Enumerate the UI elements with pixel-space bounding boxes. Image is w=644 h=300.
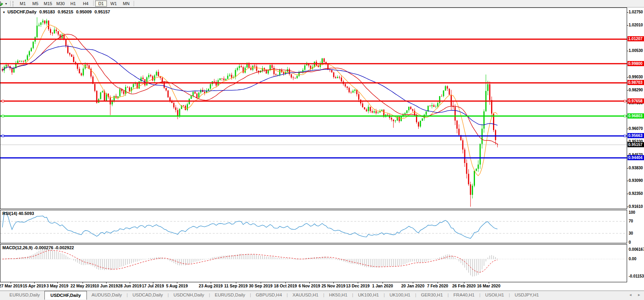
date-label: 22 May 2019 (70, 283, 94, 288)
timeframe-h4-button[interactable]: H4 (80, 0, 92, 7)
hline-price-label: 0.99800 (627, 61, 644, 66)
tab-scroll-left-icon[interactable]: ◄ (629, 293, 632, 297)
price-tick-label: 1.00530 (629, 48, 644, 53)
timeframe-w1-button[interactable]: W1 (108, 0, 120, 7)
ma-mid-line (2, 34, 497, 144)
ohlc-high: 0.95215 (58, 9, 74, 14)
mt4-window: ▼ M1M5M15M30H1H4D1W1MN ▼USDCHF,Daily0.95… (0, 0, 644, 300)
chart-tab-usoil-h1[interactable]: USOil,H1 (480, 291, 509, 299)
hline-handle-left-0.95663[interactable] (2, 135, 4, 137)
current-price-label: 0.95157 (627, 142, 644, 147)
date-label: 28 Jun 2019 (118, 283, 142, 288)
rsi-chart (0, 210, 627, 243)
price-tick-mark (627, 51, 628, 51)
date-label: 30 Sep 2019 (249, 283, 272, 288)
rsi-axis-label: 0 (629, 240, 631, 245)
macd-axis-label: 0.006167 (629, 247, 644, 252)
timeframe-h1-button[interactable]: H1 (67, 0, 79, 7)
price-tick-mark (627, 181, 628, 181)
hline-handle-right-0.97658[interactable] (624, 100, 626, 102)
symbol-name: USDCHF,Daily (7, 9, 37, 14)
date-label: 13 Dec 2019 (346, 283, 370, 288)
rsi-panel (0, 210, 627, 243)
date-label: 7 Feb 2020 (427, 283, 448, 288)
chart-tab-gbpusd-h4[interactable]: GBPUSD,H4 (251, 291, 287, 299)
hline-handle-left-0.97658[interactable] (2, 100, 4, 102)
hline-price-label: 0.95663 (627, 133, 644, 138)
date-label: 25 Nov 2019 (322, 283, 346, 288)
date-label: 23 Aug 2019 (199, 283, 223, 288)
main-chart-panel (0, 7, 627, 209)
hline-handle-right-0.96803[interactable] (624, 115, 626, 117)
timeframe-m1-button[interactable]: M1 (17, 0, 29, 7)
hline-price-label: 0.97658 (627, 98, 644, 104)
price-tick-mark (627, 207, 628, 207)
date-label: 20 Jan 2020 (401, 283, 425, 288)
chart-tab-hk50-h1[interactable]: HK50,H1 (324, 291, 352, 299)
chart-tab-usdjpy-h1[interactable]: USDJPY,H1 (510, 291, 544, 299)
macd-signal-line (2, 250, 497, 272)
ma-slow-line (2, 46, 497, 125)
chart-tab-ger30-h1[interactable]: GER30,H1 (416, 291, 448, 299)
price-tick-label: 0.93830 (629, 166, 644, 170)
date-label: 5 Aug 2019 (166, 283, 188, 288)
chart-tab-eurusd-daily[interactable]: EURUSD,Daily (5, 291, 44, 299)
tab-scroll-right-icon[interactable]: ► (637, 293, 641, 297)
hline-handle-left-0.96803[interactable] (2, 115, 4, 117)
macd-panel (0, 244, 627, 282)
chart-tab-uk100-h1[interactable]: UK100,H1 (353, 291, 384, 299)
date-label: 18 Oct 2019 (274, 283, 297, 288)
candlestick-chart (0, 8, 627, 209)
ohlc-close: 0.95157 (94, 9, 110, 14)
macd-axis-label: 0.00 (629, 257, 636, 261)
timeframe-toolbar: M1M5M15M30H1H4D1W1MN (17, 0, 132, 7)
price-tick-mark (627, 12, 628, 13)
price-tick-mark (627, 168, 628, 169)
timeframe-m15-button[interactable]: M15 (42, 0, 54, 7)
candlestick-series (2, 17, 498, 207)
toolbar-separator (93, 0, 94, 6)
price-tick-mark (627, 129, 628, 129)
date-label: 3 May 2019 (46, 283, 68, 288)
price-tick-label: 0.92350 (629, 191, 644, 196)
chart-tab-bar: EURUSD,DailyUSDCHF,DailyAUDUSD,Daily|USD… (0, 291, 644, 300)
ohlc-open: 0.95183 (39, 9, 55, 14)
date-label: 16 Mar 2020 (477, 283, 500, 288)
timeframe-mn-button[interactable]: MN (120, 0, 132, 7)
date-label: 11 Sep 2019 (224, 283, 248, 288)
toolbar-separator (134, 1, 134, 6)
chart-tab-audusd-daily[interactable]: AUDUSD,Daily (87, 291, 127, 299)
chart-tab-eurusd-daily[interactable]: EURUSD,Daily (210, 291, 250, 299)
timeframe-d1-button[interactable]: D1 (95, 0, 107, 7)
price-tick-label: 1.02010 (629, 23, 644, 28)
chart-tab-uk100-h1[interactable]: UK100,H1 (385, 291, 415, 299)
rsi-line (2, 213, 497, 239)
date-label: 1 Jan 2020 (372, 283, 393, 288)
macd-chart (0, 244, 627, 282)
price-tick-label: 1.02750 (629, 10, 644, 15)
chart-tab-usdcad-daily[interactable]: USDCAD,Daily (128, 291, 167, 299)
rsi-axis-label: 30 (629, 231, 633, 236)
toolbar-grip[interactable] (13, 1, 15, 6)
hline-price-label: 0.98703 (627, 80, 644, 85)
rsi-axis-label: 70 (629, 219, 633, 224)
symbol-caret-icon[interactable]: ▼ (2, 11, 6, 14)
price-tick-mark (627, 90, 628, 91)
chart-tab-xauusd-h1[interactable]: XAUUSD,H1 (288, 291, 323, 299)
price-tick-mark (627, 25, 628, 26)
draw-tool-dropdown-icon[interactable]: ▼ (5, 2, 7, 5)
draw-tool-icon[interactable] (0, 1, 4, 6)
chart-tab-usdcnh-daily[interactable]: USDCNH,Daily (169, 291, 209, 299)
macd-label: MACD(12,26,9) -0.000276 -0.002922 (2, 245, 74, 250)
chart-tab-fra40-h1[interactable]: FRA40,H1 (449, 291, 479, 299)
toolbar-separator (10, 1, 11, 6)
timeframe-m5-button[interactable]: M5 (29, 0, 41, 7)
hline-price-label: 0.96803 (627, 113, 644, 119)
chart-tab-usdchf-daily[interactable]: USDCHF,Daily (44, 291, 86, 300)
timeframe-m30-button[interactable]: M30 (55, 0, 66, 7)
ohlc-low: 0.95009 (76, 9, 92, 14)
date-label: 27 Mar 2019 (0, 283, 22, 288)
date-label: 15 Apr 2019 (23, 283, 46, 288)
hline-handle-right-0.95663[interactable] (624, 135, 626, 137)
price-tick-label: 0.93090 (629, 178, 644, 183)
